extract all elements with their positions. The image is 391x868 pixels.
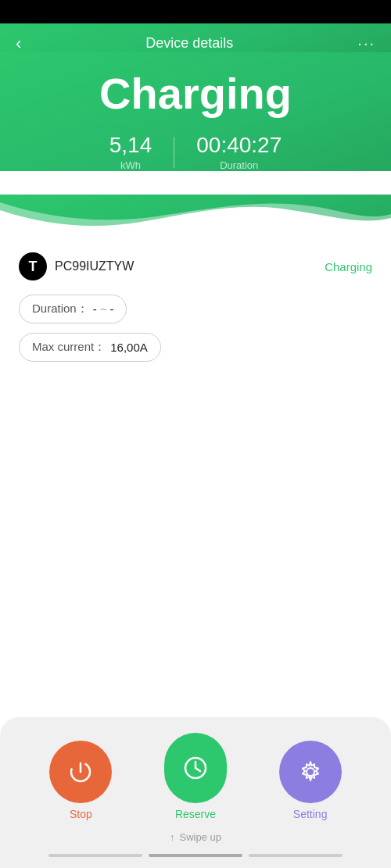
home-indicator (0, 849, 391, 860)
header: ‹ Device details ··· (0, 23, 391, 52)
home-bar-left (48, 854, 142, 857)
device-icon: T (19, 252, 47, 280)
device-row: T PC99IUZTYW Charging (19, 252, 372, 280)
svg-point-5 (307, 768, 314, 776)
energy-stat: 5,14 kWh (88, 133, 174, 171)
max-current-label: Max current： (32, 340, 106, 355)
swipe-up-label: Swipe up (180, 831, 221, 843)
bottom-action-bar: Stop Reserve Setting (0, 717, 391, 868)
stop-button[interactable] (49, 741, 112, 803)
device-id: PC99IUZTYW (55, 259, 134, 273)
duration-dash1: - (93, 302, 97, 316)
power-icon (67, 759, 94, 785)
up-arrow-icon: ↑ (170, 831, 175, 843)
stop-action[interactable]: Stop (49, 741, 112, 820)
action-buttons: Stop Reserve Setting (0, 733, 391, 820)
clock-icon (181, 754, 210, 782)
gear-icon (297, 759, 324, 785)
max-current-value: 16,00A (110, 341, 148, 354)
duration-stat: 00:40:27 Duration (174, 133, 303, 171)
setting-label: Setting (293, 808, 328, 820)
home-bar-right (249, 854, 343, 857)
svg-line-4 (196, 768, 200, 771)
duration-pill-label: Duration： (32, 302, 88, 316)
max-current-pill: Max current： 16,00A (19, 333, 161, 362)
setting-action[interactable]: Setting (279, 741, 342, 820)
wave-decoration (0, 195, 391, 234)
setting-button[interactable] (279, 741, 342, 803)
hero-section: Charging 5,14 kWh 00:40:27 Duration (0, 52, 391, 171)
device-status-label: Charging (325, 260, 372, 273)
charging-status-title: Charging (16, 68, 375, 119)
duration-tilde: ~ (100, 302, 107, 316)
reserve-action[interactable]: Reserve (164, 733, 227, 820)
energy-value: 5,14 (109, 133, 152, 158)
hero-stats: 5,14 kWh 00:40:27 Duration (16, 133, 375, 171)
duration-pill: Duration： - ~ - (19, 295, 127, 323)
more-button[interactable]: ··· (357, 34, 375, 52)
back-button[interactable]: ‹ (16, 35, 21, 52)
stop-label: Stop (70, 808, 92, 820)
energy-unit: kWh (109, 159, 152, 171)
device-info: T PC99IUZTYW (19, 252, 134, 280)
duration-label: Duration (196, 159, 282, 171)
duration-value: 00:40:27 (196, 133, 282, 158)
home-bar-center (149, 854, 242, 857)
main-content: T PC99IUZTYW Charging Duration： - ~ - Ma… (0, 234, 391, 371)
status-bar (0, 0, 391, 23)
page-title: Device details (145, 35, 233, 52)
reserve-label: Reserve (175, 808, 216, 820)
reserve-button[interactable] (164, 733, 227, 803)
duration-dash2: - (109, 302, 113, 316)
swipe-up-hint: ↑ Swipe up (0, 831, 391, 849)
